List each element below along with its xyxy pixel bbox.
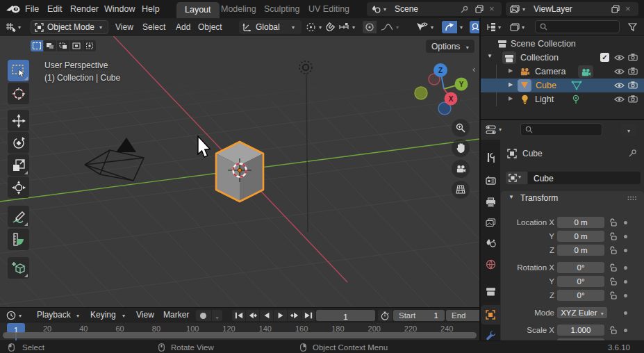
vp-menu-object[interactable]: Object (198, 18, 222, 36)
timeline-editor-chevron-icon[interactable]: ▾ (19, 313, 22, 319)
pivot-chevron-icon[interactable]: ▾ (319, 24, 322, 31)
falloff-chevron-icon[interactable]: ▾ (396, 24, 399, 31)
unlink-scene-icon[interactable]: × (489, 2, 495, 16)
jump-end-button[interactable] (302, 310, 315, 321)
hide-eye-icon[interactable] (614, 68, 625, 75)
tool-transform[interactable] (8, 176, 29, 198)
scene-icon[interactable] (371, 5, 381, 13)
animate-dot[interactable] (624, 294, 627, 297)
show-gizmo-icon[interactable] (415, 22, 428, 32)
gizmo-minus-y[interactable] (415, 87, 427, 99)
timeline-menu-keying[interactable]: Keying (90, 308, 116, 322)
pivot-point-icon[interactable] (306, 22, 316, 32)
expand-arrow-icon[interactable]: ▶ (509, 81, 513, 88)
timeline-ruler[interactable]: 20406080100120140160180200220240 1 (0, 322, 479, 340)
outliner-search[interactable] (535, 20, 620, 33)
tool-annotate[interactable] (8, 206, 29, 227)
tool-select-box[interactable] (8, 60, 29, 81)
outliner-row-scene-collection[interactable]: Scene Collection (481, 37, 644, 51)
outliner-display-icon[interactable] (510, 23, 520, 31)
disable-render-icon[interactable] (628, 95, 638, 103)
lock-icon[interactable] (610, 277, 617, 286)
menu-file[interactable]: File (25, 0, 39, 18)
panel-title[interactable]: Transform (520, 193, 558, 203)
playback-chevron-icon[interactable]: ▾ (76, 313, 79, 319)
pin-icon[interactable] (460, 5, 469, 14)
tab-viewlayer-icon[interactable] (486, 218, 496, 227)
hide-eye-icon[interactable] (614, 54, 625, 61)
viewport-canvas[interactable]: Options ▾ User Perspective (1) Collectio… (0, 36, 479, 307)
lock-icon[interactable] (610, 232, 617, 240)
expand-arrow-icon[interactable]: ▶ (509, 67, 513, 74)
falloff-curve-icon[interactable] (381, 24, 393, 31)
animate-dot[interactable] (624, 249, 627, 252)
jump-start-button[interactable] (232, 310, 245, 321)
tool-rotate[interactable] (8, 132, 29, 154)
sidebar-toggle[interactable]: ‹ (472, 64, 475, 74)
tab-render-icon[interactable] (486, 176, 496, 185)
camera-data-badge[interactable] (578, 65, 593, 78)
select-mode-invert[interactable] (70, 40, 83, 51)
autokey-options-button[interactable]: ▾ (212, 310, 222, 321)
new-viewlayer-icon[interactable] (611, 5, 620, 13)
viewlayer-icon[interactable] (510, 5, 520, 13)
scene-chevron-icon[interactable]: ▾ (383, 6, 386, 13)
expand-arrow-icon[interactable]: ▼ (487, 53, 493, 59)
tab-collection-icon[interactable] (486, 287, 496, 296)
animate-dot[interactable] (624, 266, 627, 270)
keying-chevron-icon[interactable]: ▾ (122, 313, 125, 319)
timeline-menu-playback[interactable]: Playback (37, 308, 71, 322)
view-pan-button[interactable] (452, 139, 470, 157)
tool-scale[interactable] (8, 154, 29, 176)
navigation-gizmo[interactable]: Z Y X (411, 57, 479, 123)
animate-dot[interactable] (624, 311, 627, 315)
snap-target-icon[interactable] (339, 23, 349, 31)
overlays-toggle[interactable] (470, 21, 479, 33)
lock-icon[interactable] (610, 218, 617, 227)
tab-tool-icon[interactable] (486, 152, 495, 163)
scene-camera[interactable] (85, 138, 144, 181)
menu-help[interactable]: Help (142, 0, 160, 18)
lock-icon[interactable] (610, 326, 617, 334)
animate-dot[interactable] (624, 329, 627, 332)
gizmos-toggle[interactable] (442, 21, 457, 33)
hide-eye-icon[interactable] (614, 96, 625, 103)
rotation-z-field[interactable]: 0° (557, 290, 604, 301)
outliner-search-input[interactable] (551, 22, 618, 31)
select-mode-extend[interactable] (44, 40, 56, 51)
rotation-mode-dropdown[interactable]: XYZ Euler ▾ (557, 307, 607, 318)
editor-type-chevron-icon[interactable]: ▾ (18, 24, 21, 31)
vp-menu-add[interactable]: Add (176, 18, 190, 36)
outliner-row-camera[interactable]: ▶ Camera (481, 65, 644, 79)
start-frame-field[interactable]: Start 1 (393, 310, 445, 321)
timeline-editor-icon[interactable] (6, 311, 16, 320)
tab-sculpting[interactable]: Sculpting (264, 0, 299, 18)
tab-uv-editing[interactable]: UV Editing (308, 0, 349, 18)
lock-icon[interactable] (610, 246, 617, 254)
location-x-field[interactable]: 0 m (557, 217, 604, 228)
outliner-row-collection[interactable]: ▼ Collection ✓ (481, 51, 644, 65)
tool-measure[interactable] (8, 229, 29, 250)
options-button[interactable]: Options ▾ (426, 40, 474, 53)
end-frame-field[interactable]: End (446, 310, 479, 321)
editor-type-icon[interactable] (6, 22, 17, 32)
current-frame-field[interactable]: 1 (316, 310, 375, 321)
playhead-badge[interactable]: 1 (7, 323, 25, 333)
object-name-field[interactable]: Cube (528, 172, 641, 184)
outliner-editor-chevron-icon[interactable]: ▾ (498, 24, 501, 31)
outliner-row-cube[interactable]: ▶ Cube (481, 79, 644, 92)
tab-layout[interactable]: Layout (176, 2, 220, 18)
properties-search-input[interactable] (536, 124, 600, 134)
panel-collapse-icon[interactable]: ▼ (509, 194, 514, 200)
pin-icon[interactable] (628, 149, 637, 158)
timeline-scrollbar[interactable] (3, 332, 477, 338)
snap-chevron-icon[interactable]: ▾ (352, 24, 355, 31)
tool-add-cube[interactable] (8, 257, 29, 279)
object-type-dropdown[interactable]: ▾ (506, 172, 527, 184)
rotation-y-field[interactable]: 0° (557, 276, 604, 287)
timeline-menu-view[interactable]: View (136, 308, 154, 322)
gizmo-chevron-icon[interactable]: ▾ (431, 24, 434, 31)
scene-name[interactable]: Scene (395, 2, 418, 16)
tab-modifiers-icon[interactable] (486, 330, 496, 340)
snap-magnet-icon[interactable] (325, 22, 336, 32)
